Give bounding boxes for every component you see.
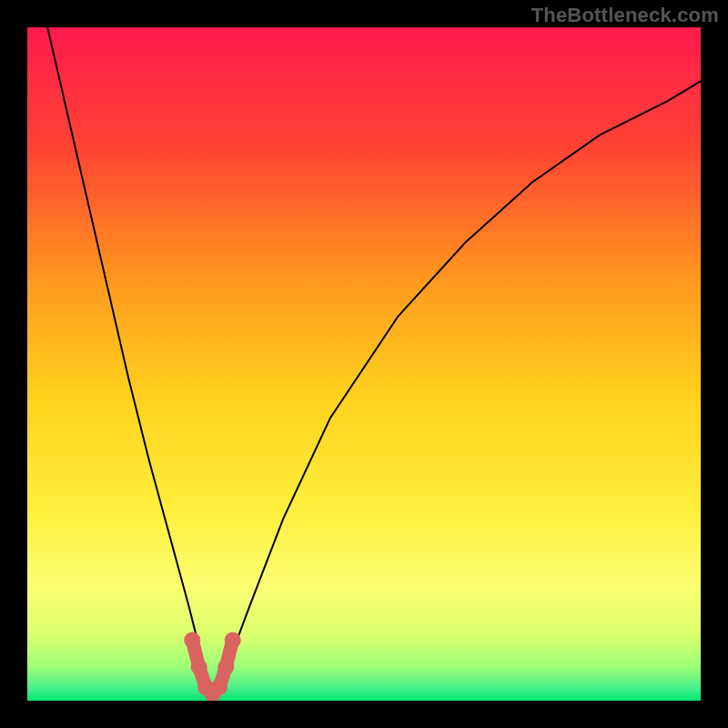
- chart-frame: TheBottleneck.com: [0, 0, 728, 728]
- chart-svg: [27, 27, 701, 701]
- highlight-dip-point: [191, 659, 207, 675]
- highlight-dip-point: [184, 632, 200, 648]
- highlight-dip-point: [217, 659, 234, 675]
- gradient-background: [27, 27, 701, 701]
- watermark-text: TheBottleneck.com: [531, 4, 719, 27]
- highlight-dip-point: [225, 632, 241, 648]
- highlight-dip-point: [211, 679, 228, 695]
- plot-area: [27, 27, 701, 701]
